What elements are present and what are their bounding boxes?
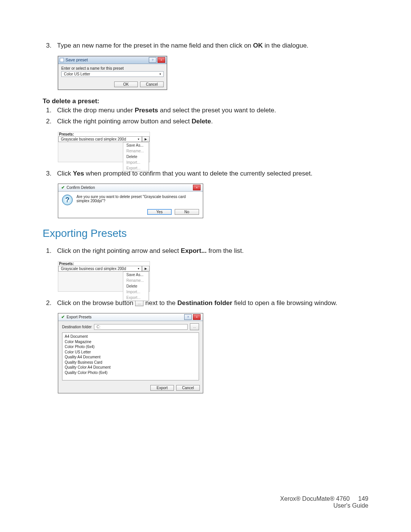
chevron-down-icon: ▾	[159, 72, 161, 76]
export-titlebar: ✔ Export Presets ? ×	[58, 313, 203, 321]
save-preset-instruction: Enter or select a name for this preset	[61, 66, 164, 70]
confirm-message: Are you sure you want to delete preset "…	[76, 195, 199, 205]
browse-button[interactable]: …	[190, 323, 199, 330]
close-button[interactable]: ×	[193, 314, 201, 320]
close-button[interactable]: ×	[158, 57, 165, 63]
menu-save-as[interactable]: Save As...	[123, 142, 148, 148]
list-item[interactable]: Color US Letter	[65, 350, 196, 355]
confirm-title: Confirm Deletion	[67, 185, 95, 190]
exp-s2-post: field to open a file browsing window.	[232, 299, 337, 307]
step3-post: in the dialogue.	[263, 42, 309, 49]
cancel-button[interactable]: Cancel	[176, 385, 200, 391]
presets-selected: Grayscale business card simplex 200d	[61, 137, 126, 141]
export-preset-list[interactable]: A4 Document Color Magazine Color Photo (…	[62, 332, 199, 380]
del-s3-post: when prompted to confirm that you want t…	[84, 170, 312, 177]
presets-dropdown[interactable]: Grayscale business card simplex 200d ▾	[58, 136, 142, 142]
check-icon: ✔	[61, 185, 65, 190]
step3-pre: Type an new name for the preset in the n…	[57, 42, 253, 49]
del-s1-pre: Click the drop menu under	[57, 107, 135, 114]
ok-button[interactable]: OK	[114, 81, 138, 87]
page-footer: Xerox® DocuMate® 4760 149 User's Guide	[280, 495, 368, 509]
menu-import[interactable]: Import...	[123, 160, 148, 165]
help-button[interactable]: ?	[184, 314, 192, 320]
menu-delete[interactable]: Delete	[123, 154, 148, 160]
del-s2-post: .	[211, 118, 213, 125]
list-item[interactable]: Quality Color A4 Document	[65, 365, 196, 370]
del-s2-pre: Click the right pointing arrow button an…	[57, 118, 191, 125]
menu-export[interactable]: Export...	[123, 165, 148, 171]
del-s1-bold: Presets	[135, 107, 158, 114]
list-item[interactable]: Quality Color Photo (6x4)	[65, 370, 196, 375]
presets-context-menu: Save As... Rename... Delete Import... Ex…	[123, 142, 149, 171]
exp-s2-bold: Destination folder	[177, 299, 233, 307]
export-button[interactable]: Export	[150, 385, 174, 391]
menu-save-as-2[interactable]: Save As...	[123, 272, 148, 278]
footer-product: Xerox® DocuMate® 4760	[280, 495, 350, 502]
menu-import-2[interactable]: Import...	[123, 289, 148, 295]
list-item[interactable]: Quality Business Card	[65, 360, 196, 365]
save-preset-title: Save preset	[65, 58, 88, 62]
list-item[interactable]: Color Photo (6x4)	[65, 344, 196, 350]
presets-label-2: Presets:	[58, 262, 150, 266]
chevron-down-icon: ▾	[138, 137, 139, 141]
close-button[interactable]: ×	[193, 185, 201, 190]
presets-panel: Presets: Grayscale business card simplex…	[58, 132, 150, 162]
del-s1-post: and select the preset you want to delete…	[158, 107, 276, 114]
step3-line: Type an new name for the preset in the n…	[43, 41, 368, 51]
yes-button[interactable]: Yes	[147, 209, 172, 215]
check-icon: ✔	[61, 315, 65, 320]
step3-ok: OK	[253, 42, 263, 49]
delete-heading: To delete a preset:	[43, 97, 368, 106]
menu-rename: Rename...	[123, 148, 148, 154]
page-number: 149	[358, 495, 368, 502]
presets-label: Presets:	[58, 132, 150, 136]
presets-panel-2: Presets: Grayscale business card simplex…	[58, 261, 150, 292]
destination-folder-input[interactable]: C:	[94, 324, 188, 330]
presets-arrow-button-2[interactable]: ▶	[142, 266, 150, 272]
presets-context-menu-2: Save As... Rename... Delete Import... Ex…	[123, 272, 149, 301]
destination-folder-label: Destination folder	[62, 325, 92, 329]
list-item[interactable]: Color Magazine	[65, 339, 196, 345]
presets-dropdown-2[interactable]: Grayscale business card simplex 200d ▾	[58, 266, 142, 272]
save-preset-dialog: Save preset ? × Enter or select a name f…	[58, 56, 167, 90]
presets-selected-2: Grayscale business card simplex 200d	[61, 267, 126, 271]
export-title: Export Presets	[67, 315, 92, 319]
browse-icon: …	[135, 300, 143, 306]
confirm-deletion-dialog: ✔ Confirm Deletion × ? Are you sure you …	[58, 184, 203, 218]
del-s3-pre: Click	[57, 170, 73, 177]
list-item[interactable]: Quality A4 Document	[65, 355, 196, 360]
list-item[interactable]: A4 Document	[65, 334, 196, 339]
cancel-button[interactable]: Cancel	[140, 81, 164, 87]
save-preset-titlebar: Save preset ? ×	[58, 56, 167, 64]
window-icon	[60, 58, 64, 62]
footer-guide: User's Guide	[280, 502, 368, 509]
menu-delete-2[interactable]: Delete	[123, 283, 148, 289]
preset-name-value: Color US Letter	[64, 72, 90, 76]
export-presets-dialog: ✔ Export Presets ? × Destination folder …	[58, 313, 203, 393]
chevron-down-icon: ▾	[138, 267, 139, 270]
no-button[interactable]: No	[175, 209, 199, 215]
question-icon: ?	[62, 195, 73, 205]
exporting-presets-heading: Exporting Presets	[43, 227, 368, 240]
exp-s1-post: from the list.	[207, 247, 244, 254]
confirm-titlebar: ✔ Confirm Deletion ×	[58, 184, 203, 192]
del-s3-bold: Yes	[73, 170, 84, 177]
menu-export-2[interactable]: Export...	[123, 295, 148, 300]
presets-arrow-button[interactable]: ▶	[142, 136, 150, 142]
exp-s1-bold: Export...	[181, 247, 207, 254]
preset-name-input[interactable]: Color US Letter ▾	[61, 71, 164, 77]
exp-s1-pre: Click on the right pointing arrow and se…	[57, 247, 181, 254]
menu-rename-2: Rename...	[123, 278, 148, 283]
help-button[interactable]: ?	[149, 57, 156, 63]
del-s2-bold: Delete	[191, 118, 211, 125]
